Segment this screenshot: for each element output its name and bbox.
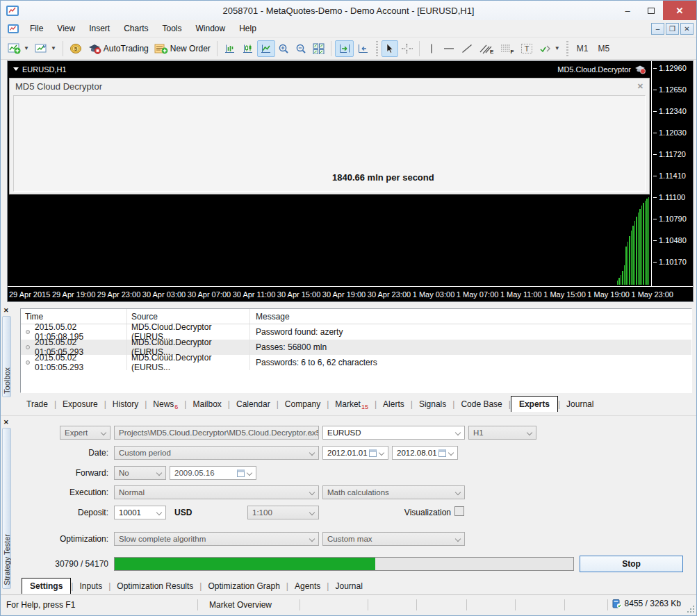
tab-company[interactable]: Company [279, 397, 327, 412]
timeframe-m1-button[interactable]: M1 [572, 40, 593, 57]
zoom-out-button[interactable] [293, 40, 310, 57]
status-bar: For Help, press F1 Market Overview 8455 … [1, 594, 696, 615]
tab-signals[interactable]: Signals [413, 397, 452, 412]
bar-chart-mode-button[interactable] [221, 40, 239, 57]
price-axis-label: 1.11410 [653, 172, 686, 180]
tab-news[interactable]: News6 [147, 397, 184, 412]
chart-expert-label: MD5.Cloud.Decryptor [557, 65, 631, 74]
menu-item-help[interactable]: Help [232, 22, 263, 35]
chevron-down-icon: ▼ [51, 45, 56, 51]
optimization-criterion-select[interactable]: Custom max [322, 532, 465, 546]
title-bar: 2058701 - MetaQuotes-Demo - Demo Account… [1, 1, 696, 20]
tab-mailbox[interactable]: Mailbox [186, 397, 227, 412]
vertical-line-tool-button[interactable] [423, 40, 440, 57]
chart-window[interactable]: EURUSD,H1 MD5.Cloud.Decryptor MD5 Cloud … [7, 60, 694, 302]
status-market-overview[interactable]: Market Overview [209, 600, 272, 610]
tile-windows-button[interactable] [310, 40, 327, 57]
tab-label: Experts [519, 399, 550, 409]
optimization-mode-select[interactable]: Slow complete algorithm [114, 532, 319, 546]
new-chart-button[interactable]: ▼ [5, 40, 32, 57]
tab-alerts[interactable]: Alerts [377, 397, 411, 412]
equidistant-channel-tool-button[interactable]: E [476, 40, 497, 57]
arrow-objects-button[interactable]: ▼ [536, 40, 563, 57]
expert-advisor-icon[interactable] [634, 65, 646, 74]
execution-select[interactable]: Normal [114, 485, 319, 499]
deposit-input[interactable]: 10001 [114, 506, 166, 519]
tab-code-base[interactable]: Code Base [454, 397, 508, 412]
minimize-button[interactable]: – [616, 1, 639, 20]
date-mode-select[interactable]: Custom period [114, 446, 319, 460]
menu-item-window[interactable]: Window [189, 22, 233, 35]
mql5-community-button[interactable]: 5 [67, 40, 85, 57]
autotrading-button[interactable]: AutoTrading [85, 40, 151, 57]
forward-date-input[interactable]: 2009.05.16 [170, 466, 256, 480]
visualization-checkbox[interactable] [454, 506, 464, 516]
child-close-button[interactable]: ✕ [680, 23, 694, 35]
maximize-button[interactable] [639, 1, 663, 20]
leverage-value: 1:100 [252, 508, 272, 517]
md5-panel-title: MD5 Cloud Decryptor [15, 81, 102, 92]
log-column-source[interactable]: Source [127, 309, 250, 324]
menu-item-insert[interactable]: Insert [82, 22, 117, 35]
menu-item-view[interactable]: View [50, 22, 82, 35]
resize-grip[interactable] [687, 606, 694, 613]
tab-trade[interactable]: Trade [20, 397, 54, 412]
child-restore-button[interactable]: ❐ [666, 23, 679, 35]
tester-tab-journal[interactable]: Journal [329, 578, 368, 594]
tab-journal[interactable]: Journal [560, 397, 600, 412]
log-column-message[interactable]: Message [250, 309, 691, 324]
auto-scroll-button[interactable] [335, 40, 354, 57]
text-tool-button[interactable]: T [518, 40, 536, 57]
chart-profiles-button[interactable]: ▼ [32, 40, 59, 57]
trendline-tool-button[interactable] [458, 40, 476, 57]
expert-type-select[interactable]: Expert [60, 426, 110, 440]
chart-symbol-dropdown-icon[interactable] [13, 67, 19, 71]
tester-tab-agents[interactable]: Agents [288, 578, 327, 594]
tester-tab-inputs[interactable]: Inputs [73, 578, 108, 594]
line-chart-mode-button[interactable] [257, 40, 275, 57]
stop-button[interactable]: Stop [580, 556, 683, 572]
menu-item-charts[interactable]: Charts [117, 22, 155, 35]
candlestick-mode-button[interactable] [239, 40, 257, 57]
table-row[interactable]: 2015.05.02 01:05:05.293MD5.Cloud.Decrypt… [21, 355, 691, 370]
cursor-button[interactable] [382, 40, 398, 57]
crosshair-button[interactable] [398, 40, 416, 57]
log-message-cell: Password found: azerty [250, 324, 691, 340]
date-to-input[interactable]: 2012.08.01 [392, 446, 458, 460]
md5-panel-close-icon[interactable]: ✕ [637, 82, 643, 91]
toolbox-side-strip[interactable]: Toolbox [2, 316, 11, 397]
visualization-label: Visualization [390, 508, 451, 517]
tab-market[interactable]: Market15 [329, 397, 375, 412]
tester-tab-settings[interactable]: Settings [22, 578, 71, 594]
chevron-down-icon [455, 430, 461, 435]
menu-item-tools[interactable]: Tools [156, 22, 189, 35]
menu-item-file[interactable]: File [23, 22, 50, 35]
horizontal-line-tool-button[interactable] [440, 40, 458, 57]
tester-close-icon[interactable]: ✕ [3, 419, 9, 426]
optimization-label: Optimization: [4, 534, 108, 544]
chart-shift-button[interactable] [354, 40, 372, 57]
tab-calendar[interactable]: Calendar [230, 397, 277, 412]
timeframe-m5-button[interactable]: M5 [593, 40, 614, 57]
tester-tab-optimization-results[interactable]: Optimization Results [110, 578, 199, 594]
date-from-input[interactable]: 2012.01.01 [322, 446, 388, 460]
toolbox-close-icon[interactable]: ✕ [3, 307, 9, 314]
tester-tab-optimization-graph[interactable]: Optimization Graph [202, 578, 286, 594]
close-button[interactable]: ✕ [663, 1, 696, 20]
forward-mode-select[interactable]: No [114, 466, 166, 480]
svg-text:5: 5 [74, 46, 78, 52]
child-minimize-button[interactable]: – [651, 23, 664, 35]
tab-experts[interactable]: Experts [511, 396, 558, 412]
log-column-time[interactable]: Time [21, 309, 127, 324]
leverage-select[interactable]: 1:100 [247, 506, 319, 519]
expert-path-select[interactable]: Projects\MD5.Cloud.Decryptor\MD5.Cloud.D… [114, 426, 319, 440]
tab-history[interactable]: History [106, 397, 145, 412]
tab-exposure[interactable]: Exposure [56, 397, 104, 412]
calc-mode-select[interactable]: Math calculations [322, 485, 465, 499]
period-select[interactable]: H1 [468, 426, 536, 440]
tester-tab-label: Agents [295, 581, 320, 591]
fibonacci-tool-button[interactable]: F [497, 40, 518, 57]
new-order-button[interactable]: New Order [151, 40, 213, 57]
zoom-in-button[interactable] [275, 40, 293, 57]
symbol-select[interactable]: EURUSD [322, 426, 465, 440]
